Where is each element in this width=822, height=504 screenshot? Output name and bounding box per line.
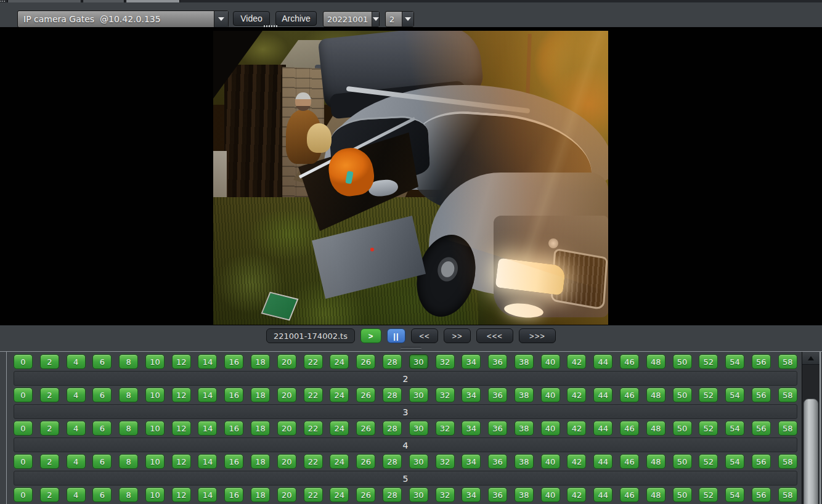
- minute-button-4[interactable]: 4: [67, 388, 86, 402]
- minute-button-48[interactable]: 48: [646, 421, 665, 436]
- minute-button-34[interactable]: 34: [462, 421, 481, 436]
- minute-button-48[interactable]: 48: [646, 487, 665, 502]
- minute-button-2[interactable]: 2: [40, 421, 59, 436]
- minute-button-48[interactable]: 48: [646, 454, 665, 469]
- minute-button-50[interactable]: 50: [673, 487, 692, 502]
- minute-button-0[interactable]: 0: [14, 454, 33, 469]
- minute-button-26[interactable]: 26: [356, 454, 375, 469]
- minute-button-32[interactable]: 32: [436, 487, 455, 502]
- minute-button-26[interactable]: 26: [356, 388, 375, 402]
- minute-button-58[interactable]: 58: [778, 487, 797, 502]
- minute-button-46[interactable]: 46: [620, 421, 639, 436]
- minute-button-52[interactable]: 52: [699, 454, 718, 469]
- minute-button-10[interactable]: 10: [145, 454, 165, 469]
- minute-button-50[interactable]: 50: [673, 421, 692, 436]
- minute-button-2[interactable]: 2: [40, 454, 59, 469]
- minute-button-22[interactable]: 22: [304, 388, 323, 402]
- minute-button-16[interactable]: 16: [224, 388, 243, 402]
- minute-button-50[interactable]: 50: [673, 354, 692, 369]
- archive-button[interactable]: Archive: [275, 11, 317, 26]
- minute-button-40[interactable]: 40: [541, 354, 560, 369]
- minute-button-56[interactable]: 56: [752, 354, 771, 369]
- minute-button-12[interactable]: 12: [172, 388, 191, 402]
- minute-button-2[interactable]: 2: [40, 354, 59, 369]
- minute-button-14[interactable]: 14: [198, 354, 217, 369]
- seek-back-button[interactable]: <<: [411, 328, 438, 343]
- minute-button-52[interactable]: 52: [699, 421, 718, 436]
- seek-forward-button[interactable]: >>: [444, 328, 471, 343]
- date-select-arrow-button[interactable]: [372, 12, 379, 26]
- minute-button-4[interactable]: 4: [67, 487, 86, 502]
- minute-button-40[interactable]: 40: [541, 388, 560, 402]
- minute-button-54[interactable]: 54: [725, 388, 744, 402]
- minute-button-38[interactable]: 38: [515, 454, 534, 469]
- camera-select-arrow-button[interactable]: [214, 11, 228, 27]
- minute-button-20[interactable]: 20: [277, 354, 296, 369]
- minute-button-42[interactable]: 42: [567, 421, 586, 436]
- minute-button-38[interactable]: 38: [515, 388, 534, 402]
- minute-button-8[interactable]: 8: [119, 454, 138, 469]
- minute-button-14[interactable]: 14: [198, 487, 217, 502]
- minute-button-10[interactable]: 10: [145, 421, 165, 436]
- minute-button-20[interactable]: 20: [277, 388, 296, 402]
- minute-button-36[interactable]: 36: [488, 454, 507, 469]
- minute-button-6[interactable]: 6: [92, 487, 112, 502]
- minute-button-58[interactable]: 58: [778, 421, 797, 436]
- minute-button-36[interactable]: 36: [488, 388, 507, 402]
- minute-button-50[interactable]: 50: [673, 388, 692, 402]
- minute-button-2[interactable]: 2: [40, 388, 59, 402]
- minute-button-56[interactable]: 56: [752, 388, 771, 402]
- minute-button-42[interactable]: 42: [567, 388, 586, 402]
- minute-button-12[interactable]: 12: [172, 487, 191, 502]
- minute-button-30[interactable]: 30: [409, 354, 428, 369]
- minute-button-26[interactable]: 26: [356, 421, 375, 436]
- minute-button-52[interactable]: 52: [699, 388, 718, 402]
- minute-button-30[interactable]: 30: [409, 454, 428, 469]
- hour-separator-5[interactable]: 5: [14, 471, 797, 486]
- minute-button-44[interactable]: 44: [593, 354, 612, 369]
- minute-button-44[interactable]: 44: [593, 388, 612, 402]
- minute-button-28[interactable]: 28: [383, 354, 402, 369]
- minute-button-40[interactable]: 40: [541, 454, 560, 469]
- minute-button-48[interactable]: 48: [646, 354, 665, 369]
- stream-select-arrow-button[interactable]: [402, 12, 413, 26]
- minute-button-32[interactable]: 32: [436, 454, 455, 469]
- minute-button-26[interactable]: 26: [356, 354, 375, 369]
- minute-button-4[interactable]: 4: [67, 354, 86, 369]
- minute-button-50[interactable]: 50: [673, 454, 692, 469]
- minute-button-0[interactable]: 0: [14, 421, 33, 436]
- minute-button-38[interactable]: 38: [515, 354, 534, 369]
- minute-button-56[interactable]: 56: [752, 454, 771, 469]
- minute-button-46[interactable]: 46: [620, 454, 639, 469]
- minute-button-10[interactable]: 10: [145, 354, 165, 369]
- jump-forward-button[interactable]: >>>: [519, 328, 556, 343]
- minute-button-12[interactable]: 12: [172, 354, 191, 369]
- minute-button-36[interactable]: 36: [488, 421, 507, 436]
- minute-button-34[interactable]: 34: [462, 487, 481, 502]
- minute-button-24[interactable]: 24: [330, 421, 349, 436]
- stream-select[interactable]: 2: [385, 11, 414, 27]
- timeline-scrollbar[interactable]: [802, 352, 821, 504]
- minute-button-42[interactable]: 42: [567, 354, 586, 369]
- minute-button-28[interactable]: 28: [383, 421, 402, 436]
- minute-button-14[interactable]: 14: [198, 388, 217, 402]
- jump-back-button[interactable]: <<<: [476, 328, 513, 343]
- minute-button-58[interactable]: 58: [778, 354, 797, 369]
- hour-separator-2[interactable]: 2: [14, 371, 797, 386]
- minute-button-24[interactable]: 24: [330, 354, 349, 369]
- minute-button-22[interactable]: 22: [304, 487, 323, 502]
- minute-button-36[interactable]: 36: [488, 487, 507, 502]
- play-button[interactable]: >: [360, 328, 381, 343]
- minute-button-20[interactable]: 20: [277, 454, 296, 469]
- minute-button-34[interactable]: 34: [462, 354, 481, 369]
- hour-separator-4[interactable]: 4: [14, 437, 797, 452]
- minute-button-30[interactable]: 30: [409, 487, 428, 502]
- minute-button-42[interactable]: 42: [567, 454, 586, 469]
- minute-button-24[interactable]: 24: [330, 487, 349, 502]
- minute-button-8[interactable]: 8: [119, 487, 138, 502]
- minute-button-16[interactable]: 16: [224, 354, 243, 369]
- minute-button-38[interactable]: 38: [515, 421, 534, 436]
- scrollbar-up-button[interactable]: [802, 352, 820, 365]
- minute-button-14[interactable]: 14: [198, 454, 217, 469]
- minute-button-48[interactable]: 48: [646, 388, 665, 402]
